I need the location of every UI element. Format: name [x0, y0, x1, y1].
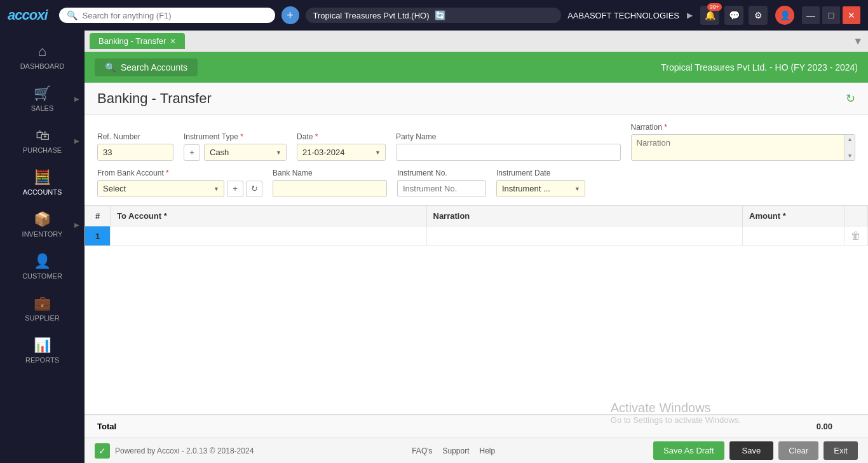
maximize-button[interactable]: □: [822, 6, 840, 24]
footer-logo-icon: ✓: [95, 443, 110, 459]
exit-button[interactable]: Exit: [824, 441, 858, 460]
ref-number-input[interactable]: [97, 144, 173, 161]
clear-button[interactable]: Clear: [778, 441, 818, 460]
sidebar-item-inventory[interactable]: 📦 INVENTORY ▶: [0, 204, 85, 245]
purchase-icon: 🛍: [36, 127, 50, 144]
sidebar-label-customer: CUSTOMER: [22, 272, 62, 280]
refresh-icon[interactable]: 🔄: [435, 10, 445, 20]
search-accounts-button[interactable]: 🔍 Search Accounts: [95, 59, 198, 76]
close-window-button[interactable]: ✕: [843, 6, 860, 24]
sidebar: ⌂ DASHBOARD 🛒 SALES ▶ 🛍 PURCHASE ▶ 🧮 ACC…: [0, 31, 85, 463]
bank-name-label: Bank Name: [273, 169, 387, 177]
form-fields: Ref. Number Instrument Type * +: [85, 115, 868, 205]
support-link[interactable]: Support: [443, 446, 470, 455]
settings-button[interactable]: ⚙: [749, 6, 768, 25]
topbar-right: AABASOFT TECHNOLOGIES ▶ 🔔 99+ 💬 ⚙ 👤 — □ …: [567, 6, 860, 25]
faq-link[interactable]: FAQ's: [412, 446, 432, 455]
tab-banking-transfer[interactable]: Banking - Transfer ✕: [90, 33, 185, 49]
narration-cell[interactable]: [426, 226, 743, 246]
company-tab-label: Tropical Treasures Pvt Ltd.(HO): [313, 11, 430, 20]
company-tab[interactable]: Tropical Treasures Pvt Ltd.(HO) 🔄: [306, 8, 562, 23]
instrument-date-select-wrapper: Instrument ...: [496, 180, 585, 197]
sidebar-label-accounts: ACCOUNTS: [23, 188, 62, 196]
row-number: 1: [85, 226, 111, 246]
main-layout: ⌂ DASHBOARD 🛒 SALES ▶ 🛍 PURCHASE ▶ 🧮 ACC…: [0, 31, 868, 463]
footer-links: FAQ's Support Help: [412, 446, 495, 455]
total-amount: 0.00: [756, 422, 832, 431]
refresh-bank-account-button[interactable]: ↻: [246, 181, 262, 197]
narration-scroll-down-icon[interactable]: ▼: [845, 151, 855, 160]
from-bank-account-group: From Bank Account * Select + ↻: [97, 169, 262, 197]
from-bank-account-select[interactable]: Select: [97, 180, 224, 197]
footer: ✓ Powered by Accoxi - 2.0.13 © 2018-2024…: [85, 438, 868, 463]
notifications-button[interactable]: 🔔 99+: [700, 6, 719, 25]
instrument-type-required: *: [240, 132, 243, 141]
save-button[interactable]: Save: [729, 441, 774, 460]
supplier-icon: 💼: [34, 295, 51, 312]
messages-button[interactable]: 💬: [724, 6, 743, 25]
instrument-no-group: Instrument No.: [397, 169, 486, 197]
tab-label: Banking - Transfer: [98, 36, 166, 46]
global-search-bar[interactable]: 🔍: [59, 8, 275, 23]
instrument-no-input[interactable]: [397, 180, 486, 197]
company-info-label: Tropical Treasures Pvt Ltd. - HO (FY 202…: [661, 62, 858, 73]
col-num: #: [85, 206, 111, 226]
sidebar-item-sales[interactable]: 🛒 SALES ▶: [0, 78, 85, 120]
table-wrapper: # To Account * Narration Amount * 1: [85, 205, 868, 414]
instrument-type-select[interactable]: Cash Cheque DD NEFT RTGS: [204, 144, 287, 161]
sidebar-item-dashboard[interactable]: ⌂ DASHBOARD: [0, 36, 85, 78]
bank-name-input[interactable]: [273, 180, 387, 197]
avatar-button[interactable]: 👤: [775, 6, 794, 25]
topbar: accoxi 🔍 + Tropical Treasures Pvt Ltd.(H…: [0, 0, 868, 31]
col-to-account: To Account *: [111, 206, 427, 226]
amount-cell[interactable]: [743, 226, 844, 246]
sidebar-item-customer[interactable]: 👤 CUSTOMER: [0, 245, 85, 287]
sales-arrow-icon: ▶: [74, 95, 79, 102]
footer-buttons: Save As Draft Save Clear Exit: [653, 441, 858, 460]
instrument-type-group: Instrument Type * + Cash Cheque DD NEFT: [184, 132, 287, 161]
row-narration-input[interactable]: [433, 232, 736, 241]
reports-icon: 📊: [34, 337, 51, 354]
minimize-button[interactable]: —: [802, 6, 820, 24]
tab-close-icon[interactable]: ✕: [170, 37, 176, 46]
form-area: Banking - Transfer ↻ Ref. Number Instrum…: [85, 83, 868, 438]
to-account-cell[interactable]: [111, 226, 427, 246]
search-input[interactable]: [83, 11, 268, 20]
app-logo: accoxi: [8, 7, 48, 24]
amount-input[interactable]: [749, 232, 837, 241]
instrument-date-select[interactable]: Instrument ...: [496, 180, 585, 197]
footer-logo: ✓ Powered by Accoxi - 2.0.13 © 2018-2024: [95, 443, 254, 459]
to-account-input[interactable]: [117, 232, 420, 241]
save-as-draft-button[interactable]: Save As Draft: [653, 441, 724, 460]
search-accounts-label: Search Accounts: [121, 62, 187, 73]
date-label: Date *: [297, 132, 386, 141]
narration-textarea[interactable]: [632, 135, 845, 160]
tab-expand-icon[interactable]: ▼: [853, 36, 863, 47]
date-group: Date * 21-03-2024: [297, 132, 386, 161]
sidebar-item-supplier[interactable]: 💼 SUPPLIER: [0, 287, 85, 329]
table-section: # To Account * Narration Amount * 1: [85, 205, 868, 438]
sidebar-item-reports[interactable]: 📊 REPORTS: [0, 329, 85, 371]
sidebar-label-dashboard: DASHBOARD: [20, 62, 65, 70]
narration-required: *: [664, 123, 667, 132]
inventory-icon: 📦: [34, 211, 51, 228]
sidebar-item-purchase[interactable]: 🛍 PURCHASE ▶: [0, 120, 85, 162]
sidebar-item-accounts[interactable]: 🧮 ACCOUNTS: [0, 162, 85, 204]
help-link[interactable]: Help: [480, 446, 496, 455]
date-select[interactable]: 21-03-2024: [297, 144, 386, 161]
table-row: 1 🗑: [85, 226, 868, 246]
add-new-button[interactable]: +: [281, 6, 299, 24]
add-bank-account-button[interactable]: +: [227, 181, 243, 197]
inventory-arrow-icon: ▶: [74, 221, 79, 228]
ref-number-group: Ref. Number: [97, 132, 173, 161]
add-instrument-type-button[interactable]: +: [184, 144, 200, 161]
narration-scroll-up-icon[interactable]: ▲: [845, 135, 855, 144]
bank-name-group: Bank Name: [273, 169, 387, 197]
delete-row-button[interactable]: 🗑: [851, 230, 861, 242]
narration-group: Narration * ▲ ▼: [631, 123, 856, 161]
form-refresh-button[interactable]: ↻: [846, 92, 855, 106]
company-name-label: AABASOFT TECHNOLOGIES: [567, 11, 679, 20]
from-bank-account-label: From Bank Account *: [97, 169, 262, 177]
party-name-group: Party Name: [396, 132, 621, 161]
party-name-input[interactable]: [396, 144, 621, 161]
